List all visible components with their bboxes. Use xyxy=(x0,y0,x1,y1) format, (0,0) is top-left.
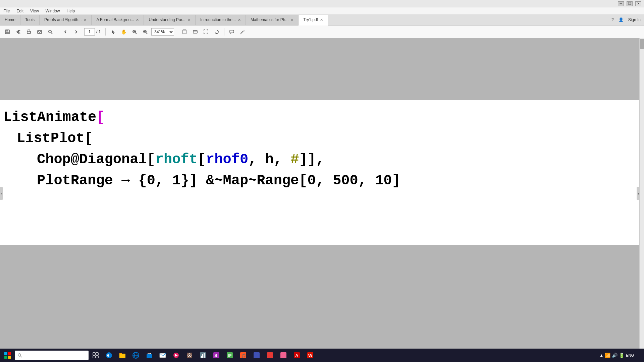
prev-page-button[interactable] xyxy=(61,27,70,37)
code-Chop: Chop@Diagonal[ xyxy=(37,152,155,168)
help-button[interactable]: ? xyxy=(611,17,614,22)
taskbar-ie[interactable] xyxy=(129,349,142,361)
back-button[interactable] xyxy=(13,27,23,37)
taskbar-edge[interactable]: e xyxy=(103,349,115,361)
zoom-select[interactable]: 341% 25% 50% 75% 100% 150% 200% 400% xyxy=(151,28,174,36)
svg-rect-35 xyxy=(96,353,98,355)
tab-tools[interactable]: Tools xyxy=(20,15,40,25)
taskbar-store[interactable] xyxy=(143,349,156,361)
menu-view[interactable]: View xyxy=(27,8,42,14)
code-block: ListAnimate[ ListPlot[ Chop@Diagonal[rho… xyxy=(3,104,633,191)
svg-marker-9 xyxy=(112,30,115,34)
zoom-in-button[interactable] xyxy=(141,27,150,37)
task-view-button[interactable] xyxy=(89,349,102,361)
email-button[interactable] xyxy=(35,27,44,37)
svg-text:🎵: 🎵 xyxy=(241,353,246,358)
close-button[interactable]: ✕ xyxy=(635,1,641,6)
svg-rect-41 xyxy=(119,353,122,354)
full-screen-button[interactable] xyxy=(201,27,211,37)
title-bar: ─ ❐ ✕ xyxy=(0,0,644,7)
code-line-2: ListPlot[ xyxy=(3,128,633,149)
tab-try1-close[interactable]: ✕ xyxy=(320,18,323,22)
tab-formal[interactable]: A Formal Backgrou... ✕ xyxy=(92,15,144,25)
show-desktop[interactable] xyxy=(638,349,640,361)
svg-point-32 xyxy=(18,354,21,356)
taskbar-app6[interactable] xyxy=(250,349,263,361)
code-line-4: PlotRange → {0, 1}] &~Map~Range[0, 500, … xyxy=(3,170,633,191)
save-button[interactable] xyxy=(3,27,12,37)
start-button[interactable] xyxy=(1,349,14,361)
menu-window[interactable]: Window xyxy=(42,8,63,14)
scrollbar-thumb[interactable] xyxy=(640,39,644,49)
search-button[interactable] xyxy=(46,27,55,37)
taskbar-app3[interactable]: S xyxy=(210,349,223,361)
tab-mathematics[interactable]: Mathematics for Ph... ✕ xyxy=(246,15,299,25)
rotate-button[interactable] xyxy=(212,27,221,37)
code-close-brackets: ]], xyxy=(299,152,324,168)
svg-rect-40 xyxy=(119,354,125,358)
title-bar-controls: ─ ❐ ✕ xyxy=(618,1,641,6)
tab-understanding[interactable]: Understanding Pur... ✕ xyxy=(144,15,195,25)
pan-tool-button[interactable]: ✋ xyxy=(119,27,128,37)
print-button[interactable] xyxy=(24,27,34,37)
separator-3 xyxy=(177,28,177,36)
tray-battery[interactable]: 🔋 xyxy=(619,353,625,358)
svg-rect-69 xyxy=(307,352,313,358)
code-bracket-open: [ xyxy=(198,152,206,168)
taskbar-explorer[interactable] xyxy=(116,349,129,361)
tab-formal-close[interactable]: ✕ xyxy=(136,18,139,22)
vertical-scrollbar[interactable] xyxy=(639,38,644,349)
svg-rect-37 xyxy=(96,356,98,358)
taskbar-app8[interactable] xyxy=(277,349,290,361)
signin-button[interactable]: Sign In xyxy=(628,17,641,22)
menu-edit[interactable]: Edit xyxy=(13,8,27,14)
account-icon[interactable]: 👤 xyxy=(619,17,624,22)
select-tool-button[interactable] xyxy=(108,27,118,37)
tab-try1[interactable]: Try1.pdf ✕ xyxy=(299,15,328,25)
left-panel-toggle[interactable]: ▸ xyxy=(0,187,3,200)
svg-text:A: A xyxy=(295,353,299,358)
pen-button[interactable] xyxy=(238,27,247,37)
taskbar-search[interactable] xyxy=(15,351,89,360)
main-area: ListAnimate[ ListPlot[ Chop@Diagonal[rho… xyxy=(0,38,644,349)
tab-understanding-close[interactable]: ✕ xyxy=(187,18,191,22)
page-number-input[interactable] xyxy=(84,28,95,36)
tab-proofs-close[interactable]: ✕ xyxy=(84,18,87,22)
tray-volume[interactable]: 🔊 xyxy=(612,353,618,358)
taskbar-app1[interactable] xyxy=(183,349,196,361)
taskbar-app4[interactable] xyxy=(223,349,236,361)
taskbar-app2[interactable] xyxy=(197,349,209,361)
tray-network[interactable]: 📶 xyxy=(605,353,610,358)
svg-line-25 xyxy=(241,31,244,34)
restore-button[interactable]: ❐ xyxy=(627,1,633,6)
menu-help[interactable]: Help xyxy=(63,8,78,14)
taskbar-media[interactable] xyxy=(170,349,182,361)
next-page-button[interactable] xyxy=(71,27,81,37)
minimize-button[interactable]: ─ xyxy=(618,1,624,6)
zoom-out-button[interactable] xyxy=(130,27,139,37)
tab-introduction-close[interactable]: ✕ xyxy=(238,18,241,22)
svg-line-13 xyxy=(135,33,137,34)
tab-mathematics-close[interactable]: ✕ xyxy=(290,18,293,22)
menu-file[interactable]: File xyxy=(0,8,13,14)
fit-width-button[interactable] xyxy=(191,27,200,37)
tab-understanding-label: Understanding Pur... xyxy=(149,17,185,22)
tab-home[interactable]: Home xyxy=(0,15,20,25)
svg-rect-29 xyxy=(8,352,11,355)
tab-proofs[interactable]: Proofs and Algorith... ✕ xyxy=(40,15,92,25)
fit-page-button[interactable] xyxy=(180,27,189,37)
taskbar-mail[interactable] xyxy=(156,349,169,361)
taskbar-app5[interactable]: 🎵 xyxy=(237,349,250,361)
tab-introduction[interactable]: Introduction to the... ✕ xyxy=(196,15,246,25)
right-panel-toggle[interactable]: ◂ xyxy=(637,187,639,200)
tray-expand[interactable]: ▲ xyxy=(599,353,603,358)
taskbar-wolfram[interactable]: W xyxy=(304,349,317,361)
taskbar-acrobat[interactable]: A xyxy=(290,349,303,361)
comment-button[interactable] xyxy=(227,27,236,37)
svg-point-47 xyxy=(173,353,179,358)
tab-controls: ? 👤 Sign In xyxy=(608,15,644,25)
taskbar-app7[interactable] xyxy=(264,349,276,361)
tab-tools-label: Tools xyxy=(25,17,35,22)
svg-text:W: W xyxy=(308,353,313,358)
svg-point-43 xyxy=(135,352,137,358)
